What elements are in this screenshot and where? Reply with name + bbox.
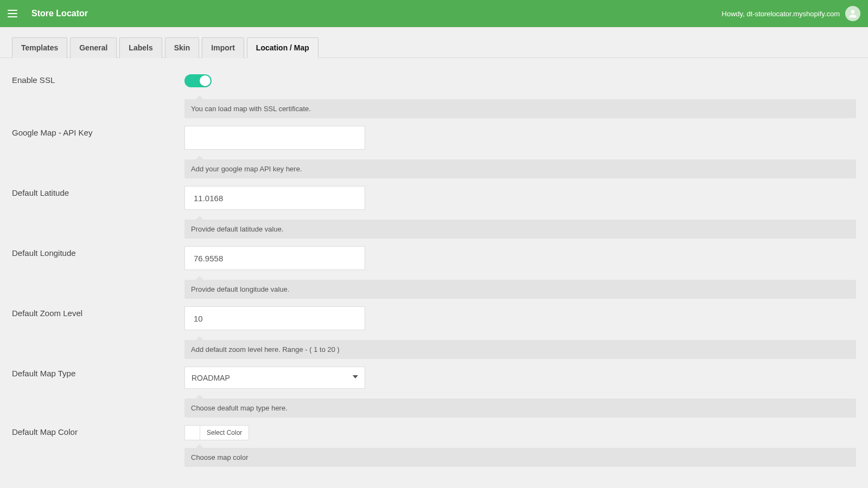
tab-labels[interactable]: Labels <box>119 37 162 58</box>
toggle-enable-ssl[interactable] <box>184 74 212 87</box>
hint-default-zoom: Add default zoom level here. Range - ( 1… <box>184 340 856 359</box>
form-area: Enable SSL You can load map with SSL cer… <box>0 58 868 478</box>
color-picker: Select Color <box>184 425 856 440</box>
label-default-lat: Default Latitude <box>12 186 184 197</box>
tab-import[interactable]: Import <box>202 37 244 58</box>
tab-skin[interactable]: Skin <box>165 37 200 58</box>
row-default-map-type: Default Map Type ROADMAP Choose deafult … <box>12 359 856 418</box>
row-default-map-color: Default Map Color Select Color Choose ma… <box>12 418 856 467</box>
tabs-row: Templates General Labels Skin Import Loc… <box>0 27 868 58</box>
app-title: Store Locator <box>31 9 88 18</box>
select-value: ROADMAP <box>192 374 230 382</box>
tab-location-map[interactable]: Location / Map <box>247 37 318 58</box>
row-default-zoom: Default Zoom Level Add default zoom leve… <box>12 299 856 359</box>
label-default-map-color: Default Map Color <box>12 425 184 436</box>
tab-general[interactable]: General <box>70 37 117 58</box>
tab-templates[interactable]: Templates <box>12 37 67 58</box>
row-enable-ssl: Enable SSL You can load map with SSL cer… <box>12 63 856 118</box>
hint-default-lat: Provide default latitude value. <box>184 220 856 239</box>
row-api-key: Google Map - API Key Add your google map… <box>12 118 856 178</box>
row-default-lat: Default Latitude Provide default latitud… <box>12 178 856 239</box>
toggle-knob <box>200 75 210 86</box>
select-default-map-type[interactable]: ROADMAP <box>184 367 365 389</box>
hint-default-map-type: Choose deafult map type here. <box>184 399 856 418</box>
hint-default-lng: Provide default longitude value. <box>184 280 856 299</box>
user-icon <box>847 8 858 19</box>
label-default-zoom: Default Zoom Level <box>12 306 184 318</box>
input-api-key[interactable] <box>184 126 365 150</box>
svg-point-0 <box>851 10 855 14</box>
hint-default-map-color: Choose map color <box>184 448 856 467</box>
row-default-lng: Default Longitude Provide default longit… <box>12 239 856 299</box>
input-default-lng[interactable] <box>184 246 365 270</box>
select-color-button[interactable]: Select Color <box>200 425 249 440</box>
avatar[interactable] <box>845 6 860 21</box>
label-default-map-type: Default Map Type <box>12 367 184 378</box>
hint-enable-ssl: You can load map with SSL certificate. <box>184 99 856 118</box>
hamburger-icon[interactable] <box>8 7 21 20</box>
label-enable-ssl: Enable SSL <box>12 73 184 85</box>
greeting-text: Howdy, dt-storelocator.myshopify.com <box>722 10 840 18</box>
hint-api-key: Add your google map API key here. <box>184 159 856 178</box>
input-default-zoom[interactable] <box>184 306 365 330</box>
label-api-key: Google Map - API Key <box>12 126 184 137</box>
app-header: Store Locator Howdy, dt-storelocator.mys… <box>0 0 868 27</box>
input-default-lat[interactable] <box>184 186 365 210</box>
chevron-down-icon <box>352 375 358 381</box>
label-default-lng: Default Longitude <box>12 246 184 258</box>
color-swatch[interactable] <box>184 425 200 440</box>
